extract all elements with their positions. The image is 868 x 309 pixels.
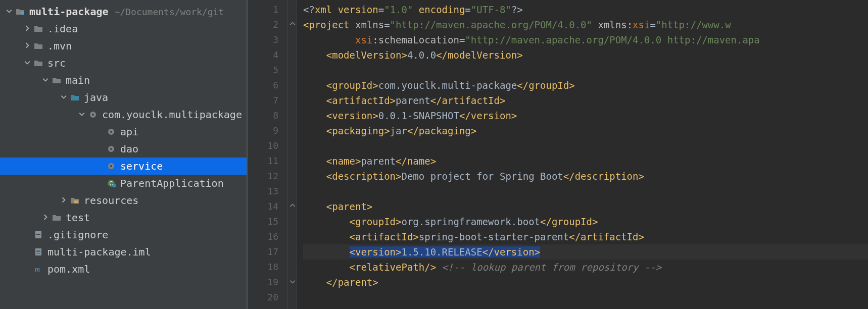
tree-node-label: test [66, 212, 90, 224]
tree-node-multi-package-iml[interactable]: multi-package.iml [0, 243, 247, 261]
code-line[interactable]: <groupId>com.youclk.multi-package</group… [303, 78, 868, 93]
code-line[interactable]: </parent> [303, 275, 868, 290]
module-folder-icon [15, 7, 25, 17]
code-token: encoding [419, 4, 465, 15]
tree-node-multi-package[interactable]: multi-package~/Documents/work/git [0, 3, 247, 20]
tree-node-label: com.youclk.multipackage [102, 109, 242, 121]
line-number: 13 [248, 184, 278, 199]
package-icon [88, 110, 98, 120]
code-token: </artifactId> [569, 231, 644, 242]
code-line[interactable]: <description>Demo project for Spring Boo… [303, 169, 868, 184]
code-token: "http://maven.apache.org/POM/4.0.0 http:… [465, 34, 759, 45]
code-token: <project [303, 19, 355, 30]
resources-icon [70, 195, 80, 205]
fold-empty [288, 290, 297, 305]
fold-open-icon[interactable] [288, 199, 297, 214]
code-line[interactable] [303, 63, 868, 78]
tree-node-label: multi-package.iml [47, 246, 151, 258]
code-area[interactable]: <?xml version="1.0" encoding="UTF-8"?><p… [297, 0, 868, 309]
code-token [413, 4, 418, 15]
fold-close-icon[interactable] [288, 275, 297, 290]
code-token: = [650, 19, 655, 30]
fold-empty [288, 32, 297, 47]
line-number: 15 [248, 214, 278, 229]
code-token [303, 201, 326, 212]
tree-node-pom-xml[interactable]: mpom.xml [0, 261, 247, 278]
code-token [303, 95, 326, 106]
code-token: "UTF-8" [471, 4, 511, 15]
chevron-down-icon[interactable] [61, 94, 68, 101]
chevron-down-icon[interactable] [6, 8, 13, 15]
code-line[interactable]: <modelVersion>4.0.0</modelVersion> [303, 47, 868, 63]
project-tree[interactable]: multi-package~/Documents/work/git.idea.m… [0, 0, 248, 309]
code-line[interactable]: <artifactId>parent</artifactId> [303, 93, 868, 108]
code-token: <artifactId> [326, 95, 396, 106]
code-token: xmlns: [598, 19, 633, 30]
code-line[interactable]: <name>parent</name> [303, 153, 868, 169]
svg-rect-0 [21, 12, 24, 15]
tree-node-com-youclk-multipackage[interactable]: com.youclk.multipackage [0, 106, 247, 123]
package-icon [106, 161, 116, 171]
chevron-placeholder [97, 180, 104, 187]
code-line[interactable] [303, 138, 868, 153]
fold-open-icon[interactable] [288, 17, 297, 32]
chevron-right-icon[interactable] [61, 197, 68, 204]
tree-node-dao[interactable]: dao [0, 140, 247, 158]
tree-node-main[interactable]: main [0, 72, 247, 89]
tree-node-api[interactable]: api [0, 123, 247, 140]
code-token: <!-- lookup parent from repository --> [442, 262, 662, 273]
tree-node--mvn[interactable]: .mvn [0, 37, 247, 55]
code-token: </groupId> [540, 216, 598, 227]
chevron-down-icon[interactable] [24, 60, 31, 67]
chevron-right-icon[interactable] [24, 42, 31, 49]
tree-node-test[interactable]: test [0, 209, 247, 226]
chevron-placeholder [97, 145, 104, 152]
tree-node-service[interactable]: service [0, 158, 247, 175]
code-line[interactable]: <?xml version="1.0" encoding="UTF-8"?> [303, 2, 868, 17]
chevron-right-icon[interactable] [42, 214, 50, 221]
code-line[interactable]: <groupId>org.springframework.boot</group… [303, 214, 868, 229]
tree-node-label: pom.xml [47, 263, 90, 275]
code-line[interactable]: <relativePath/> <!-- lookup parent from … [303, 260, 868, 275]
fold-column[interactable] [288, 0, 297, 309]
tree-node-label: dao [120, 143, 138, 155]
svg-rect-14 [36, 233, 40, 233]
code-editor[interactable]: 1234567891011121314151617181920 <?xml ve… [248, 0, 868, 309]
chevron-down-icon[interactable] [42, 77, 50, 84]
code-line[interactable] [303, 290, 868, 305]
code-token: <? [303, 4, 315, 15]
tree-node-java[interactable]: java [0, 89, 247, 106]
code-token: Demo project for Spring Boot [401, 171, 563, 182]
code-line[interactable]: <version>1.5.10.RELEASE</version> [303, 244, 868, 260]
file-icon [33, 230, 43, 240]
tree-node--idea[interactable]: .idea [0, 20, 247, 37]
tree-node-resources[interactable]: resources [0, 192, 247, 209]
code-line[interactable]: <version>0.0.1-SNAPSHOT</version> [303, 108, 868, 123]
code-line[interactable]: <artifactId>spring-boot-starter-parent</… [303, 229, 868, 244]
file-icon [33, 247, 43, 257]
chevron-placeholder [24, 231, 31, 238]
line-number: 7 [248, 93, 278, 108]
code-line[interactable]: <parent> [303, 199, 868, 214]
fold-empty [288, 93, 297, 108]
code-line[interactable]: <project xmlns="http://maven.apache.org/… [303, 17, 868, 32]
code-line[interactable] [303, 184, 868, 199]
code-token: <version> [326, 110, 378, 121]
svg-rect-12 [74, 200, 78, 203]
tree-node-label: resources [84, 194, 138, 207]
code-line[interactable]: xsi:schemaLocation="http://maven.apache.… [303, 32, 868, 47]
chevron-down-icon[interactable] [79, 111, 86, 118]
tree-node-parentapplication[interactable]: CParentApplication [0, 175, 247, 192]
code-token: <version> [350, 246, 402, 258]
svg-point-2 [92, 114, 94, 116]
code-line[interactable]: <packaging>jar</packaging> [303, 123, 868, 138]
tree-node--gitignore[interactable]: .gitignore [0, 226, 247, 243]
tree-node-src[interactable]: src [0, 55, 247, 72]
fold-empty [288, 260, 297, 275]
chevron-right-icon[interactable] [24, 25, 31, 32]
code-token [303, 125, 326, 136]
tree-node-hint: ~/Documents/work/git [115, 7, 224, 17]
code-token: xsi [633, 19, 650, 30]
fold-empty [288, 47, 297, 63]
package-icon [106, 144, 116, 154]
